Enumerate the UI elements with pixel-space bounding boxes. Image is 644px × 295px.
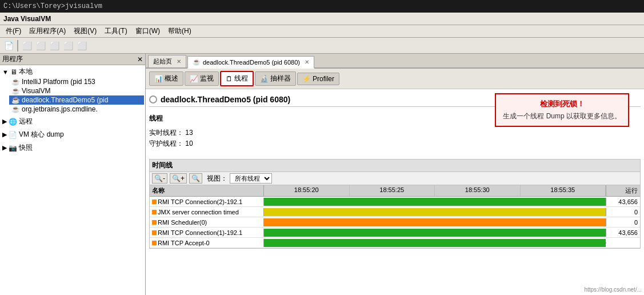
sidebar-remote-header[interactable]: ▶ 🌐 远程: [1, 116, 144, 127]
sidebar: 用程序 ✕ ▼ 🖥 本地 ☕ IntelliJ Platform (pid 15…: [0, 54, 146, 295]
sidebar-title: 用程序: [2, 54, 23, 64]
sampler-icon: 🔬: [260, 75, 269, 83]
menu-tools[interactable]: 工具(T): [101, 25, 130, 37]
inner-tab-overview[interactable]: 📊 概述: [149, 71, 183, 86]
sidebar-close-icon[interactable]: ✕: [137, 55, 143, 63]
menu-window[interactable]: 窗口(W): [132, 25, 163, 37]
threads-label: 线程: [234, 74, 248, 83]
tl-col-run: 运行: [606, 185, 640, 196]
process-title-text: deadlock.ThreadDemo5 (pid 6080): [161, 95, 290, 104]
app-title: Java VisualVM: [3, 15, 51, 23]
toolbar-btn5[interactable]: ⬜: [75, 39, 88, 52]
sidebar-item-jps[interactable]: ☕ org.jetbrains.jps.cmdline.: [9, 105, 144, 114]
expand-icon: ▼: [2, 69, 9, 75]
java-icon-4: ☕: [11, 105, 20, 113]
tl-row-name-4: RMI TCP Accept-0: [150, 239, 264, 247]
tl-row-run-4: [606, 242, 640, 244]
deadlock-container: 检测到死锁！ 生成一个线程 Dump 以获取更多信息。: [495, 93, 629, 127]
thread-stats: 实时线程： 13 守护线程： 10: [149, 125, 641, 152]
sidebar-item-visualvm[interactable]: ☕ VisualVM: [9, 86, 144, 95]
daemon-threads-stat: 守护线程： 10: [149, 139, 641, 149]
tl-time-3: 18:55:30: [435, 185, 521, 196]
tab-deadlock[interactable]: ☕ deadlock.ThreadDemo5 (pid 6080) ✕: [187, 56, 314, 69]
terminal-bar: C:\Users\Torey>jvisualvm: [0, 0, 644, 13]
sidebar-snapshot-header[interactable]: ▶ 📷 快照: [1, 142, 144, 153]
deadlock-label: deadlock.ThreadDemo5 (pid: [22, 96, 108, 104]
tl-time-area: 18:55:20 18:55:25 18:55:30 18:55:35: [264, 185, 606, 196]
tl-time-1: 18:55:20: [264, 185, 350, 196]
tl-row-bar-2: [264, 218, 606, 226]
sidebar-local-header[interactable]: ▼ 🖥 本地: [1, 66, 144, 77]
tab-start[interactable]: 起始页 ✕: [148, 55, 186, 67]
live-threads-stat: 实时线程： 13: [149, 128, 641, 138]
tl-thread-name-2: RMI Scheduler(0): [158, 219, 207, 226]
tl-row-name-2: RMI Scheduler(0): [150, 218, 264, 226]
watermark: https://blog.csdn.net/...: [584, 286, 642, 293]
tl-thread-name-0: RMI TCP Connection(2)-192.1: [158, 198, 242, 205]
menu-app[interactable]: 应用程序(A): [26, 25, 69, 37]
tl-time-4: 18:55:35: [521, 185, 606, 196]
tl-row-bar-4: [264, 239, 606, 247]
deadlock-message: 生成一个线程 Dump 以获取更多信息。: [503, 111, 621, 121]
menu-help[interactable]: 帮助(H): [165, 25, 195, 37]
zoom-fit-btn[interactable]: 🔍: [189, 173, 202, 184]
expand-icon-remote: ▶: [2, 118, 7, 125]
view-dropdown[interactable]: 所有线程: [230, 173, 272, 184]
sidebar-item-intellij[interactable]: ☕ IntelliJ Platform (pid 153: [9, 77, 144, 86]
toolbar-sep1: [17, 40, 18, 51]
computer-icon: 🖥: [10, 68, 17, 76]
sidebar-item-deadlock[interactable]: ☕ deadlock.ThreadDemo5 (pid: [9, 95, 144, 105]
tab-deadlock-icon: ☕: [193, 58, 201, 66]
row-indicator-1: [152, 210, 157, 214]
tl-row-run-3: 43,656: [606, 229, 640, 237]
inner-tab-sampler[interactable]: 🔬 抽样器: [255, 71, 296, 86]
tl-bar-fill-4: [264, 239, 606, 247]
toolbar-btn3[interactable]: ⬜: [48, 39, 61, 52]
inner-tab-monitor[interactable]: 📈 监视: [185, 71, 219, 86]
sidebar-dump-header[interactable]: ▶ 📄 VM 核心 dump: [1, 129, 144, 140]
sidebar-section-snapshot: ▶ 📷 快照: [1, 142, 144, 153]
zoom-in-btn[interactable]: 🔍+: [170, 173, 187, 184]
tab-deadlock-close[interactable]: ✕: [305, 59, 309, 65]
tab-start-close[interactable]: ✕: [177, 58, 181, 65]
inner-tab-threads[interactable]: 🗒 线程: [220, 71, 254, 86]
terminal-prompt: C:\Users\Torey>jvisualvm: [3, 2, 102, 10]
expand-icon-snapshot: ▶: [2, 144, 7, 152]
main-layout: 用程序 ✕ ▼ 🖥 本地 ☕ IntelliJ Platform (pid 15…: [0, 54, 644, 295]
view-label: 视图：: [207, 174, 227, 184]
watermark-text: https://blog.csdn.net/...: [584, 286, 642, 293]
timeline-header-row: 名称 18:55:20 18:55:25 18:55:30 18:55:35 运…: [150, 185, 640, 197]
toolbar-btn4[interactable]: ⬜: [62, 39, 74, 52]
remote-icon: 🌐: [9, 118, 17, 126]
zoom-out-btn[interactable]: 🔍-: [152, 173, 167, 184]
sampler-label: 抽样器: [270, 74, 291, 83]
timeline-section: 时间线 🔍- 🔍+ 🔍 视图： 所有线程 名称 1: [149, 159, 641, 249]
tl-time-2: 18:55:25: [350, 185, 435, 196]
tl-row-name-1: JMX server connection timed: [150, 208, 264, 216]
sidebar-section-local: ▼ 🖥 本地 ☕ IntelliJ Platform (pid 153 ☕ Vi…: [1, 66, 144, 114]
row-indicator-4: [152, 241, 157, 245]
sidebar-content: ▼ 🖥 本地 ☕ IntelliJ Platform (pid 153 ☕ Vi…: [0, 65, 145, 295]
live-threads-value: 13: [185, 129, 193, 137]
title-bar: Java VisualVM: [0, 13, 644, 25]
profiler-label: Profiler: [313, 75, 334, 83]
toolbar-new-btn[interactable]: 📄: [2, 39, 15, 52]
toolbar-btn1[interactable]: ⬜: [21, 39, 33, 52]
daemon-threads-value: 10: [185, 139, 193, 148]
sidebar-header: 用程序 ✕: [0, 54, 145, 65]
tl-row-1: JMX server connection timed 0: [150, 207, 640, 217]
sidebar-section-dump: ▶ 📄 VM 核心 dump: [1, 129, 144, 140]
tab-bar: 起始页 ✕ ☕ deadlock.ThreadDemo5 (pid 6080) …: [146, 54, 644, 69]
menu-file[interactable]: 件(F): [2, 25, 25, 37]
remote-label: 远程: [19, 117, 33, 126]
snapshot-label: 快照: [19, 143, 33, 153]
tl-row-3: RMI TCP Connection(1)-192.1 43,656: [150, 228, 640, 238]
inner-tab-profiler[interactable]: ⚡ Profiler: [297, 73, 339, 85]
toolbar-btn2[interactable]: ⬜: [34, 39, 47, 52]
timeline-header: 时间线: [150, 160, 640, 172]
monitor-label: 监视: [200, 74, 214, 83]
tl-thread-name-1: JMX server connection timed: [158, 209, 239, 216]
tl-row-run-2: 0: [606, 218, 640, 226]
menu-view[interactable]: 视图(V): [70, 25, 100, 37]
java-icon-3: ☕: [11, 96, 20, 104]
